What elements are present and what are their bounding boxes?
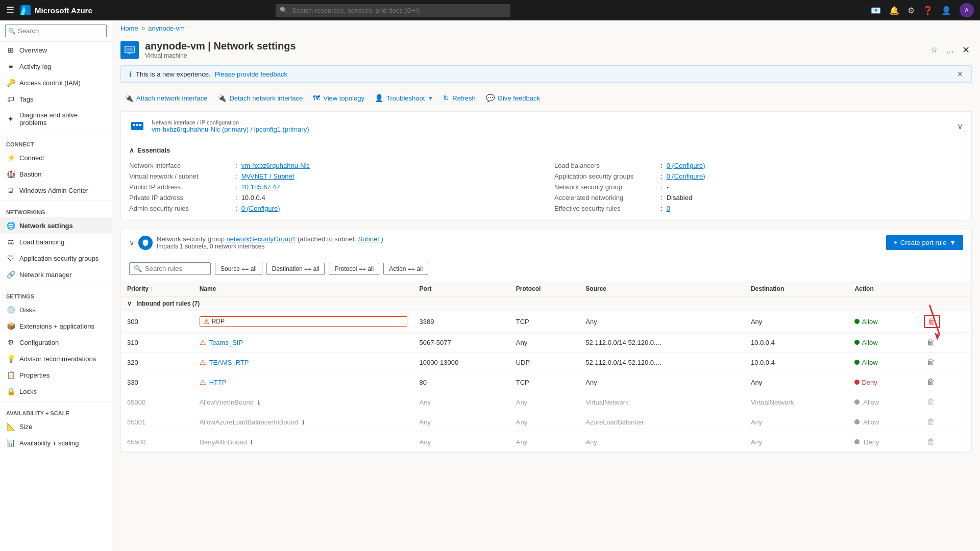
notifications-icon[interactable]: 📧	[871, 6, 881, 15]
feedback-icon[interactable]: 👤	[941, 6, 951, 15]
th-action: Action	[848, 281, 917, 297]
sidebar-item-configuration[interactable]: ⚙ Configuration	[0, 334, 112, 350]
main-layout: 🔍 ⊞ Overview ≡ Activity log 🔑 Access con…	[0, 20, 980, 551]
delete-rule-teams-sip-button[interactable]: 🗑	[924, 337, 938, 348]
action-filter-chip[interactable]: Action == all	[383, 263, 428, 275]
settings-icon[interactable]: ⚙	[908, 6, 915, 15]
nsg-name-link[interactable]: networkSecurityGroup1	[227, 235, 296, 243]
create-port-rule-button[interactable]: + Create port rule ▼	[886, 235, 963, 250]
refresh-button[interactable]: ↻ Refresh	[439, 91, 480, 105]
essentials-row-vnet: Virtual network / subnet : MyVNET / Subn…	[129, 171, 538, 182]
bastion-icon: 🏰	[6, 170, 15, 178]
rule-name-link-teams-rtp[interactable]: ⚠ TEAMS_RTP	[200, 358, 407, 366]
more-options-button[interactable]: …	[944, 42, 956, 58]
sidebar-item-connect[interactable]: ⚡ Connect	[0, 149, 112, 166]
sidebar-label-bastion: Bastion	[19, 170, 41, 178]
rules-search-box[interactable]: 🔍	[129, 262, 211, 275]
sidebar-item-locks[interactable]: 🔒 Locks	[0, 383, 112, 399]
sidebar-item-tags[interactable]: 🏷 Tags	[0, 91, 112, 107]
nic-card-header[interactable]: Network interface / IP configuration vm-…	[121, 112, 971, 140]
sidebar-item-bastion[interactable]: 🏰 Bastion	[0, 166, 112, 182]
global-search[interactable]: 🔍	[276, 4, 510, 17]
delete-rule-allow-vnet-button[interactable]: 🗑	[924, 396, 938, 408]
configuration-icon: ⚙	[6, 338, 15, 346]
allow-dot-dim-icon	[854, 399, 860, 405]
help-icon[interactable]: ❓	[923, 6, 933, 15]
page-subtitle: Virtual machine	[145, 52, 296, 59]
sidebar-item-disks[interactable]: 💿 Disks	[0, 302, 112, 318]
sidebar-item-app-security-groups[interactable]: 🛡 Application security groups	[0, 250, 112, 266]
sidebar-search-input[interactable]	[5, 24, 107, 37]
attach-network-interface-button[interactable]: 🔌 Attach network interface	[120, 91, 211, 105]
essentials-value-public-ip[interactable]: 20.185.67.47	[241, 183, 280, 191]
essentials-row-private-ip: Private IP address : 10.0.0.4	[129, 192, 538, 203]
svg-rect-3	[127, 47, 133, 51]
delete-rule-deny-all-button[interactable]: 🗑	[924, 436, 938, 447]
nsg-toggle-icon[interactable]: ∨	[129, 239, 134, 247]
sidebar-item-activity-log[interactable]: ≡ Activity log	[0, 58, 112, 74]
sidebar-label-disks: Disks	[19, 306, 36, 314]
delete-rule-allow-lb-button[interactable]: 🗑	[924, 416, 938, 428]
view-topology-button[interactable]: 🗺 View topology	[309, 91, 369, 105]
rule-delete-cell: 🗑	[918, 353, 971, 372]
rules-filter: 🔍 Source == all Destination == all Proto…	[121, 256, 971, 281]
page-header-actions: ☆ … ✕	[928, 42, 972, 58]
sidebar: 🔍 ⊞ Overview ≡ Activity log 🔑 Access con…	[0, 20, 112, 551]
protocol-filter-chip[interactable]: Protocol == all	[329, 263, 379, 275]
rule-name-link-http[interactable]: ⚠ HTTP	[200, 378, 407, 386]
essentials-collapse-icon[interactable]: ∧	[129, 146, 134, 154]
essentials-value-asg[interactable]: 0 (Configure)	[667, 172, 705, 180]
global-search-input[interactable]	[276, 4, 510, 17]
info-banner-close-button[interactable]: ✕	[957, 70, 963, 78]
bell-icon[interactable]: 🔔	[889, 6, 899, 15]
sidebar-item-extensions[interactable]: 📦 Extensions + applications	[0, 318, 112, 334]
essentials-value-vnet[interactable]: MyVNET / Subnet	[241, 172, 295, 180]
hamburger-icon[interactable]: ☰	[6, 5, 14, 16]
sidebar-label-activity-log: Activity log	[19, 63, 51, 70]
essentials-value-lb[interactable]: 0 (Configure)	[667, 162, 705, 169]
essentials-row-nsg: Network security group : -	[554, 182, 963, 192]
breadcrumb-vm[interactable]: anynode-vm	[148, 24, 185, 32]
rules-search-input[interactable]	[145, 265, 206, 272]
troubleshoot-icon: 👤	[375, 94, 383, 102]
sidebar-item-access-control[interactable]: 🔑 Access control (IAM)	[0, 74, 112, 91]
sidebar-item-network-manager[interactable]: 🔗 Network manager	[0, 266, 112, 283]
sidebar-item-availability-scaling[interactable]: 📊 Availability + scaling	[0, 435, 112, 451]
troubleshoot-button[interactable]: 👤 Troubleshoot ▼	[371, 91, 437, 105]
destination-filter-chip[interactable]: Destination == all	[266, 263, 325, 275]
sidebar-item-network-settings[interactable]: 🌐 Network settings	[0, 217, 112, 234]
troubleshoot-chevron: ▼	[428, 95, 433, 101]
rule-name-badge-rdp[interactable]: ⚠ RDP	[200, 316, 407, 327]
essentials-value-admin-security[interactable]: 0 (Configure)	[241, 205, 280, 212]
sidebar-item-overview[interactable]: ⊞ Overview	[0, 42, 112, 58]
sidebar-item-advisor[interactable]: 💡 Advisor recommendations	[0, 350, 112, 367]
delete-rule-teams-rtp-button[interactable]: 🗑	[924, 357, 938, 368]
essentials-title: ∧ Essentials	[129, 146, 963, 154]
delete-rule-http-button[interactable]: 🗑	[924, 377, 938, 388]
sidebar-item-windows-admin[interactable]: 🖥 Windows Admin Center	[0, 182, 112, 198]
allow-dot-icon	[854, 360, 860, 365]
breadcrumb-home[interactable]: Home	[120, 24, 138, 32]
sidebar-item-size[interactable]: 📐 Size	[0, 418, 112, 435]
sidebar-item-diagnose[interactable]: ✦ Diagnose and solve problems	[0, 107, 112, 131]
nsg-subnet-link[interactable]: Subnet	[358, 235, 379, 243]
give-feedback-button[interactable]: 💬 Give feedback	[482, 91, 544, 105]
close-button[interactable]: ✕	[960, 42, 972, 58]
essentials-value-nic[interactable]: vm-hxbz6rquhahnu-Nic	[241, 162, 310, 169]
th-priority[interactable]: Priority ↑	[121, 281, 193, 297]
source-filter-chip[interactable]: Source == all	[215, 263, 262, 275]
info-banner-link[interactable]: Please provide feedback	[215, 70, 287, 78]
rule-name-link-teams-sip[interactable]: ⚠ Teams_SIP	[200, 338, 407, 346]
detach-network-interface-button[interactable]: 🔌 Detach network interface	[213, 91, 307, 105]
favorite-button[interactable]: ☆	[928, 42, 940, 58]
user-avatar[interactable]: A	[960, 3, 974, 17]
info-banner-left: ℹ This is a new experience. Please provi…	[129, 70, 287, 78]
allow-dot-icon	[854, 340, 860, 345]
divider-4	[0, 402, 112, 402]
sidebar-item-properties[interactable]: 📋 Properties	[0, 367, 112, 383]
inbound-collapse-icon[interactable]: ∨	[127, 300, 132, 307]
brand-logo: Microsoft Azure	[20, 5, 92, 15]
essentials-value-effective-security[interactable]: 0	[667, 205, 670, 212]
delete-rule-rdp-button[interactable]: 🗑	[924, 315, 940, 328]
sidebar-item-load-balancing[interactable]: ⚖ Load balancing	[0, 234, 112, 250]
